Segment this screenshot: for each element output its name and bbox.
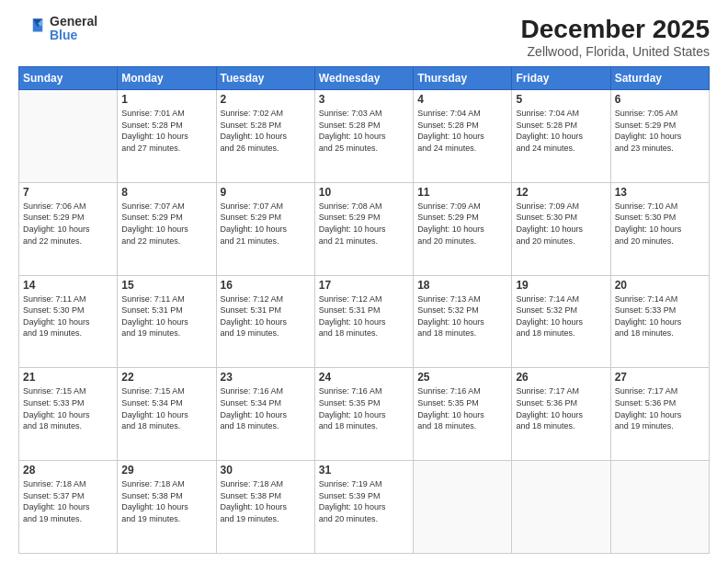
day-info: Sunrise: 7:07 AM Sunset: 5:29 PM Dayligh… (121, 201, 211, 247)
day-cell: 21Sunrise: 7:15 AM Sunset: 5:33 PM Dayli… (19, 368, 118, 461)
col-header-wednesday: Wednesday (314, 67, 413, 90)
day-number: 24 (319, 371, 409, 384)
title-block: December 2025 Zellwood, Florida, United … (521, 15, 710, 59)
week-row-5: 28Sunrise: 7:18 AM Sunset: 5:37 PM Dayli… (19, 461, 710, 554)
logo-text: General Blue (50, 15, 97, 43)
day-info: Sunrise: 7:16 AM Sunset: 5:35 PM Dayligh… (319, 385, 409, 431)
day-info: Sunrise: 7:18 AM Sunset: 5:38 PM Dayligh… (221, 478, 311, 524)
day-cell (19, 90, 118, 183)
day-info: Sunrise: 7:03 AM Sunset: 5:28 PM Dayligh… (319, 108, 409, 154)
day-info: Sunrise: 7:09 AM Sunset: 5:30 PM Dayligh… (516, 201, 606, 247)
day-number: 18 (417, 279, 507, 292)
week-row-4: 21Sunrise: 7:15 AM Sunset: 5:33 PM Dayli… (19, 368, 710, 461)
day-info: Sunrise: 7:17 AM Sunset: 5:36 PM Dayligh… (516, 385, 606, 431)
day-info: Sunrise: 7:08 AM Sunset: 5:29 PM Dayligh… (319, 201, 409, 247)
day-number: 5 (516, 93, 606, 106)
day-cell: 14Sunrise: 7:11 AM Sunset: 5:30 PM Dayli… (19, 275, 118, 368)
day-number: 14 (23, 279, 113, 292)
day-info: Sunrise: 7:07 AM Sunset: 5:29 PM Dayligh… (221, 201, 311, 247)
day-info: Sunrise: 7:16 AM Sunset: 5:34 PM Dayligh… (221, 385, 311, 431)
day-cell: 31Sunrise: 7:19 AM Sunset: 5:39 PM Dayli… (314, 461, 413, 554)
day-info: Sunrise: 7:16 AM Sunset: 5:35 PM Dayligh… (417, 385, 507, 431)
day-cell: 30Sunrise: 7:18 AM Sunset: 5:38 PM Dayli… (216, 461, 314, 554)
day-cell: 11Sunrise: 7:09 AM Sunset: 5:29 PM Dayli… (414, 182, 512, 275)
header-row: SundayMondayTuesdayWednesdayThursdayFrid… (19, 67, 710, 90)
day-number: 13 (615, 186, 705, 199)
day-cell: 20Sunrise: 7:14 AM Sunset: 5:33 PM Dayli… (610, 275, 709, 368)
day-cell: 16Sunrise: 7:12 AM Sunset: 5:31 PM Dayli… (216, 275, 314, 368)
day-cell: 2Sunrise: 7:02 AM Sunset: 5:28 PM Daylig… (216, 90, 314, 183)
day-info: Sunrise: 7:12 AM Sunset: 5:31 PM Dayligh… (221, 293, 311, 339)
week-row-1: 1Sunrise: 7:01 AM Sunset: 5:28 PM Daylig… (19, 90, 710, 183)
calendar-subtitle: Zellwood, Florida, United States (521, 44, 710, 59)
day-cell: 23Sunrise: 7:16 AM Sunset: 5:34 PM Dayli… (216, 368, 314, 461)
day-cell: 9Sunrise: 7:07 AM Sunset: 5:29 PM Daylig… (216, 182, 314, 275)
day-info: Sunrise: 7:11 AM Sunset: 5:31 PM Dayligh… (121, 293, 211, 339)
day-info: Sunrise: 7:01 AM Sunset: 5:28 PM Dayligh… (121, 108, 211, 154)
day-cell: 5Sunrise: 7:04 AM Sunset: 5:28 PM Daylig… (512, 90, 610, 183)
day-info: Sunrise: 7:13 AM Sunset: 5:32 PM Dayligh… (417, 293, 507, 339)
day-cell: 10Sunrise: 7:08 AM Sunset: 5:29 PM Dayli… (314, 182, 413, 275)
day-number: 9 (221, 186, 311, 199)
day-number: 29 (121, 464, 211, 477)
day-cell: 7Sunrise: 7:06 AM Sunset: 5:29 PM Daylig… (19, 182, 118, 275)
week-row-3: 14Sunrise: 7:11 AM Sunset: 5:30 PM Dayli… (19, 275, 710, 368)
calendar-body: 1Sunrise: 7:01 AM Sunset: 5:28 PM Daylig… (19, 90, 710, 554)
day-cell: 8Sunrise: 7:07 AM Sunset: 5:29 PM Daylig… (118, 182, 216, 275)
day-cell: 27Sunrise: 7:17 AM Sunset: 5:36 PM Dayli… (610, 368, 709, 461)
day-number: 27 (615, 371, 705, 384)
day-cell: 22Sunrise: 7:15 AM Sunset: 5:34 PM Dayli… (118, 368, 216, 461)
day-number: 31 (319, 464, 409, 477)
day-cell: 3Sunrise: 7:03 AM Sunset: 5:28 PM Daylig… (314, 90, 413, 183)
day-number: 8 (121, 186, 211, 199)
day-info: Sunrise: 7:09 AM Sunset: 5:29 PM Dayligh… (417, 201, 507, 247)
day-info: Sunrise: 7:12 AM Sunset: 5:31 PM Dayligh… (319, 293, 409, 339)
day-info: Sunrise: 7:15 AM Sunset: 5:33 PM Dayligh… (23, 385, 113, 431)
day-number: 15 (121, 279, 211, 292)
logo-line1: General (50, 15, 97, 29)
day-info: Sunrise: 7:17 AM Sunset: 5:36 PM Dayligh… (615, 385, 705, 431)
day-info: Sunrise: 7:04 AM Sunset: 5:28 PM Dayligh… (417, 108, 507, 154)
day-number: 21 (23, 371, 113, 384)
header: General Blue December 2025 Zellwood, Flo… (18, 15, 710, 59)
day-number: 3 (319, 93, 409, 106)
day-number: 28 (23, 464, 113, 477)
day-cell: 12Sunrise: 7:09 AM Sunset: 5:30 PM Dayli… (512, 182, 610, 275)
day-info: Sunrise: 7:14 AM Sunset: 5:33 PM Dayligh… (615, 293, 705, 339)
day-cell (414, 461, 512, 554)
day-cell: 19Sunrise: 7:14 AM Sunset: 5:32 PM Dayli… (512, 275, 610, 368)
day-number: 26 (516, 371, 606, 384)
col-header-monday: Monday (118, 67, 216, 90)
calendar-table: SundayMondayTuesdayWednesdayThursdayFrid… (18, 66, 710, 554)
logo: General Blue (18, 15, 97, 43)
day-number: 19 (516, 279, 606, 292)
day-cell: 6Sunrise: 7:05 AM Sunset: 5:29 PM Daylig… (610, 90, 709, 183)
day-cell: 15Sunrise: 7:11 AM Sunset: 5:31 PM Dayli… (118, 275, 216, 368)
day-cell: 18Sunrise: 7:13 AM Sunset: 5:32 PM Dayli… (414, 275, 512, 368)
day-cell: 26Sunrise: 7:17 AM Sunset: 5:36 PM Dayli… (512, 368, 610, 461)
day-number: 16 (221, 279, 311, 292)
day-number: 11 (417, 186, 507, 199)
day-cell: 24Sunrise: 7:16 AM Sunset: 5:35 PM Dayli… (314, 368, 413, 461)
col-header-saturday: Saturday (610, 67, 709, 90)
day-cell: 17Sunrise: 7:12 AM Sunset: 5:31 PM Dayli… (314, 275, 413, 368)
day-number: 4 (417, 93, 507, 106)
col-header-friday: Friday (512, 67, 610, 90)
col-header-sunday: Sunday (19, 67, 118, 90)
day-info: Sunrise: 7:18 AM Sunset: 5:38 PM Dayligh… (121, 478, 211, 524)
day-info: Sunrise: 7:15 AM Sunset: 5:34 PM Dayligh… (121, 385, 211, 431)
day-info: Sunrise: 7:06 AM Sunset: 5:29 PM Dayligh… (23, 201, 113, 247)
day-cell: 4Sunrise: 7:04 AM Sunset: 5:28 PM Daylig… (414, 90, 512, 183)
day-cell: 13Sunrise: 7:10 AM Sunset: 5:30 PM Dayli… (610, 182, 709, 275)
day-info: Sunrise: 7:04 AM Sunset: 5:28 PM Dayligh… (516, 108, 606, 154)
day-info: Sunrise: 7:10 AM Sunset: 5:30 PM Dayligh… (615, 201, 705, 247)
day-number: 25 (417, 371, 507, 384)
day-cell (610, 461, 709, 554)
day-info: Sunrise: 7:18 AM Sunset: 5:37 PM Dayligh… (23, 478, 113, 524)
day-number: 20 (615, 279, 705, 292)
day-info: Sunrise: 7:14 AM Sunset: 5:32 PM Dayligh… (516, 293, 606, 339)
day-info: Sunrise: 7:19 AM Sunset: 5:39 PM Dayligh… (319, 478, 409, 524)
calendar-header: SundayMondayTuesdayWednesdayThursdayFrid… (19, 67, 710, 90)
day-cell: 28Sunrise: 7:18 AM Sunset: 5:37 PM Dayli… (19, 461, 118, 554)
day-number: 7 (23, 186, 113, 199)
